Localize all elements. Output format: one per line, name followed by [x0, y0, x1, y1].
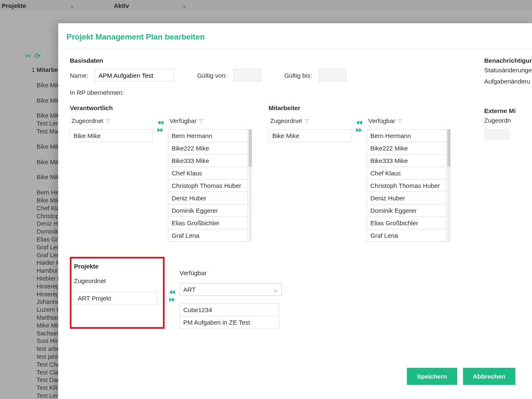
notif-line-tasks: Aufgabenänderu: [484, 78, 532, 85]
v-available-label: Verfügbar: [170, 117, 197, 124]
scrollbar-thumb[interactable]: [249, 129, 252, 167]
project-group-value: ART: [183, 286, 196, 293]
name-label: Name:: [70, 72, 88, 79]
list-item[interactable]: Bike333 Mike: [168, 155, 248, 167]
valid-to-label: Gültig bis:: [284, 72, 312, 79]
filter-icon[interactable]: ▽: [199, 118, 203, 124]
filter-icon[interactable]: ▽: [305, 118, 309, 124]
filter-icon[interactable]: ▽: [106, 118, 110, 124]
p-assigned-label: Zugeordnet: [74, 277, 160, 284]
v-assigned-label: Zugeordnet: [71, 117, 103, 124]
filter-icon[interactable]: ▽: [398, 118, 402, 124]
list-item[interactable]: ART Projekt: [74, 292, 157, 305]
m-assigned-list: Bike Mike: [268, 129, 352, 142]
v-assigned-list: Bike Mike: [70, 129, 153, 142]
list-item[interactable]: PM Aufgaben in ZE Test: [180, 316, 279, 329]
project-group-select[interactable]: ART ⌄: [180, 283, 282, 296]
list-item[interactable]: Elias Großbichler: [168, 217, 248, 229]
list-item[interactable]: Dominik Eggerer: [367, 204, 446, 217]
rp-label: In RP übernehmen:: [70, 89, 124, 96]
m-arrows: [354, 117, 364, 242]
name-input[interactable]: [95, 69, 174, 81]
p-available-list: Cube1234PM Aufgaben in ZE Test: [180, 303, 279, 329]
externe-assigned-label: Zugeordn: [484, 117, 532, 124]
projekte-heading: Projekte: [74, 263, 160, 270]
list-item[interactable]: Bike222 Mike: [168, 142, 248, 155]
list-item[interactable]: Bike333 Mike: [367, 155, 446, 167]
move-left-all-icon[interactable]: [169, 289, 175, 295]
move-right-all-icon[interactable]: [356, 127, 362, 133]
valid-to-input[interactable]: [319, 69, 346, 81]
list-item[interactable]: Christoph Thomas Huber: [367, 180, 446, 192]
modal-title: Projekt Management Plan bearbeiten: [58, 23, 532, 48]
p-assigned-list: ART Projekt: [74, 292, 157, 305]
m-assigned-label: Zugeordnet: [270, 117, 302, 124]
mitarbeiter-heading: Mitarbeiter: [268, 104, 446, 111]
list-item[interactable]: Cube1234: [180, 303, 279, 316]
list-item[interactable]: Bike Mike: [268, 129, 352, 142]
p-available-label: Verfügbar: [180, 269, 282, 276]
list-item[interactable]: Bike222 Mike: [367, 142, 446, 155]
p-arrows: [167, 257, 177, 329]
notif-line-status: Statusänderunge: [484, 66, 532, 74]
valid-from-input[interactable]: [234, 69, 261, 81]
list-item[interactable]: Deniz Huber: [367, 192, 446, 204]
edit-pmp-modal: Projekt Management Plan bearbeiten Basis…: [58, 23, 532, 399]
v-available-list: Bern HermannBike222 MikeBike333 MikeChef…: [168, 129, 248, 242]
list-item[interactable]: Chef Klaus: [168, 167, 248, 180]
move-right-all-icon[interactable]: [169, 297, 175, 303]
m-available-list: Bern HermannBike222 MikeBike333 MikeChef…: [367, 129, 446, 242]
notifications-column: Benachrichtigung Statusänderunge Aufgabe…: [484, 57, 532, 140]
externe-heading: Externe Mi: [484, 107, 532, 114]
scrollbar-thumb[interactable]: [447, 129, 451, 167]
move-left-all-icon[interactable]: [356, 120, 362, 126]
list-item[interactable]: Elias Großbichler: [367, 217, 446, 229]
m-available-label: Verfügbar: [368, 117, 395, 124]
list-item[interactable]: Dominik Eggerer: [168, 204, 248, 217]
verantwortlich-heading: Verantwortlich: [70, 104, 248, 111]
list-item[interactable]: Bern Hermann: [367, 129, 446, 142]
list-item[interactable]: Bern Hermann: [168, 129, 248, 142]
notif-heading: Benachrichtigung: [484, 57, 532, 64]
move-left-all-icon[interactable]: [157, 120, 164, 126]
mitarbeiter-panel: Mitarbeiter Zugeordnet▽ Bike Mike Verfüg…: [268, 104, 446, 242]
basis-heading: Basisdaten: [70, 57, 532, 64]
projekte-assigned-frame: Projekte Zugeordnet ART Projekt: [70, 257, 165, 329]
list-item[interactable]: Deniz Huber: [168, 192, 248, 204]
valid-from-label: Gültig von:: [197, 72, 227, 79]
v-arrows: [155, 117, 165, 242]
list-item[interactable]: Graf Lena: [168, 229, 248, 242]
list-item[interactable]: Bike Mike: [70, 129, 153, 142]
save-button[interactable]: Speichern: [407, 368, 457, 385]
cancel-button[interactable]: Abbrechen: [463, 368, 515, 385]
chevron-down-icon: ⌄: [273, 286, 278, 293]
list-item[interactable]: Christoph Thomas Huber: [168, 180, 248, 192]
list-item[interactable]: Chef Klaus: [367, 167, 446, 180]
list-item[interactable]: Graf Lena: [367, 229, 446, 242]
externe-input[interactable]: [484, 129, 509, 140]
verantwortlich-panel: Verantwortlich Zugeordnet▽ Bike Mike Ver…: [70, 104, 248, 242]
move-right-all-icon[interactable]: [157, 127, 164, 133]
